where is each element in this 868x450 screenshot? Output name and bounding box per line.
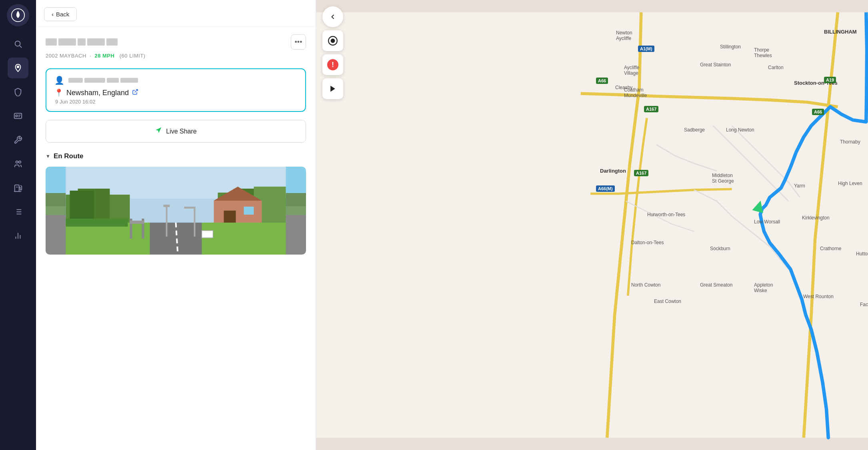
street-view-image [46, 167, 306, 255]
main-content: ‹ Back ••• 2002 MAYBACH · [36, 0, 868, 450]
svg-point-4 [17, 66, 19, 68]
svg-rect-48 [316, 12, 868, 438]
vehicle-info: 2002 MAYBACH · 28 MPH (60 LIMIT) [46, 53, 306, 59]
vehicle-plate-row: ••• [46, 34, 306, 50]
user-icon: 👤 [54, 76, 64, 85]
sidebar-item-analytics[interactable] [8, 225, 28, 246]
location-card: 👤 📍 Newsham, England [46, 68, 306, 112]
svg-point-1 [16, 14, 19, 16]
svg-rect-38 [202, 223, 286, 255]
panel-header: ‹ Back [36, 0, 316, 26]
street-view-svg [46, 167, 306, 255]
sidebar-item-shield[interactable] [8, 82, 28, 102]
plate-image [46, 38, 118, 46]
svg-line-3 [20, 46, 22, 48]
sidebar-item-people[interactable] [8, 153, 28, 174]
svg-rect-44 [194, 207, 196, 237]
plate-block-2 [58, 38, 76, 46]
vehicle-speed: 28 MPH [94, 53, 114, 59]
svg-rect-27 [70, 191, 94, 223]
vehicle-section: ••• 2002 MAYBACH · 28 MPH (60 LIMIT) [36, 26, 316, 65]
back-label: Back [56, 11, 69, 18]
sidebar-item-map[interactable] [8, 58, 28, 78]
svg-rect-46 [202, 231, 213, 238]
sidebar-item-wrench[interactable] [8, 129, 28, 150]
external-link-icon[interactable] [132, 89, 138, 97]
en-route-section: ▼ En Route [36, 152, 316, 263]
plate-block-1 [46, 38, 57, 46]
map-area: NewtonAycliffe Cleasby Darlington Stilli… [316, 0, 868, 450]
svg-rect-45 [184, 207, 196, 209]
name-block-1 [68, 78, 83, 83]
svg-point-51 [331, 39, 335, 43]
vehicle-speed-limit: (60 LIMIT) [120, 53, 146, 59]
name-block-3 [107, 78, 119, 83]
en-route-label: En Route [54, 152, 84, 160]
map-play-button[interactable] [322, 78, 343, 99]
location-place: Newsham, England [66, 89, 129, 97]
svg-point-9 [16, 161, 18, 163]
svg-point-2 [15, 41, 20, 46]
plate-block-5 [106, 38, 118, 46]
alert-exclamation-icon: ! [327, 59, 338, 70]
vehicle-year-make: 2002 MAYBACH [46, 53, 86, 59]
sidebar [0, 0, 36, 450]
map-alert-button[interactable]: ! [322, 54, 343, 75]
left-panel: ‹ Back ••• 2002 MAYBACH · [36, 0, 316, 450]
svg-line-21 [135, 90, 138, 92]
user-name-blocks [68, 78, 138, 83]
sidebar-item-fuel[interactable] [8, 177, 28, 198]
plate-block-3 [78, 38, 86, 46]
svg-rect-34 [244, 207, 254, 215]
plate-block-4 [87, 38, 105, 46]
more-dots-icon: ••• [295, 38, 302, 46]
live-share-button[interactable]: Live Share [46, 120, 306, 143]
back-button[interactable]: ‹ Back [44, 7, 77, 21]
app-logo [7, 4, 29, 26]
sidebar-item-id[interactable] [8, 106, 28, 126]
map-back-button[interactable] [322, 6, 343, 27]
map-svg [316, 0, 868, 450]
sidebar-item-search[interactable] [8, 34, 28, 54]
more-options-button[interactable]: ••• [291, 34, 306, 50]
chevron-down-icon: ▼ [46, 153, 50, 159]
svg-marker-52 [330, 86, 335, 92]
svg-rect-47 [66, 219, 128, 227]
svg-rect-41 [130, 221, 144, 224]
name-block-2 [84, 78, 105, 83]
en-route-header[interactable]: ▼ En Route [46, 152, 306, 160]
map-controls: ! [322, 6, 343, 99]
location-timestamp: 9 Jun 2020 16:02 [55, 99, 297, 105]
svg-point-10 [19, 161, 21, 163]
location-pin-icon: 📍 [54, 88, 63, 97]
location-name-row: 📍 Newsham, England [54, 88, 297, 97]
live-share-label: Live Share [166, 128, 197, 135]
svg-marker-22 [156, 127, 162, 133]
name-block-4 [120, 78, 138, 83]
svg-rect-42 [166, 205, 168, 237]
location-card-header: 👤 [54, 76, 297, 85]
svg-rect-43 [164, 205, 170, 207]
svg-rect-37 [66, 223, 150, 255]
back-arrow-icon: ‹ [52, 11, 54, 18]
map-record-button[interactable] [322, 30, 343, 51]
sidebar-item-list[interactable] [8, 201, 28, 222]
navigation-icon [155, 127, 162, 136]
svg-point-6 [16, 115, 18, 117]
